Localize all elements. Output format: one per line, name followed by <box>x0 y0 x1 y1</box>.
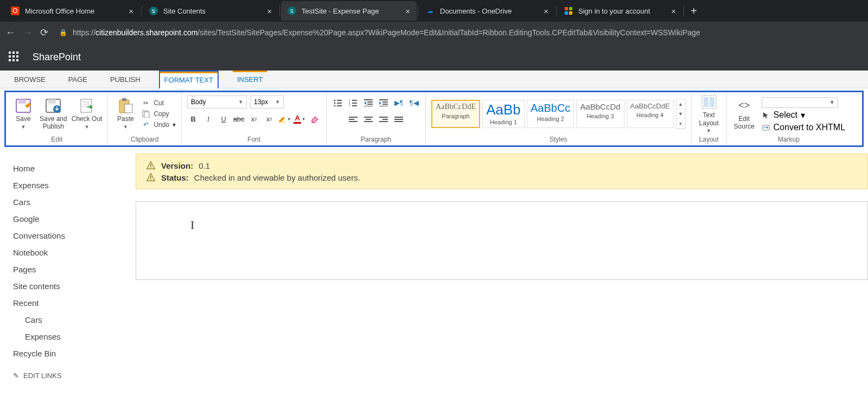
close-icon[interactable]: × <box>267 7 272 16</box>
styles-scroll-down[interactable]: ▼ <box>676 109 685 119</box>
convert-xhtml-button[interactable]: Convert to XHTML <box>762 123 845 132</box>
style-sample: AaBbCcDd <box>580 103 620 111</box>
select-button[interactable]: Select ▾ <box>762 110 845 120</box>
align-center-button[interactable] <box>362 114 374 126</box>
edit-source-icon: <> <box>736 98 753 114</box>
svg-rect-50 <box>710 97 714 107</box>
back-button[interactable]: ← <box>5 27 15 39</box>
edit-links-button[interactable]: ✎ EDIT LINKS <box>13 372 136 380</box>
ribbon-group-label: Paragraph <box>332 135 420 145</box>
indent-icon <box>379 99 388 106</box>
align-justify-button[interactable] <box>393 114 405 126</box>
svg-rect-0 <box>565 7 568 10</box>
content-editor[interactable]: I <box>136 201 868 280</box>
save-publish-icon <box>44 98 62 114</box>
subscript-button[interactable]: x2 <box>248 113 260 125</box>
save-button[interactable]: Save ▼ <box>11 98 35 130</box>
tab-sign-in[interactable]: Sign in to your account × <box>558 1 682 21</box>
nav-item-site-contents[interactable]: Site contents <box>13 278 136 295</box>
style-heading-1[interactable]: AaBbHeading 1 <box>482 100 525 128</box>
close-icon[interactable]: × <box>405 7 410 16</box>
numbering-button[interactable]: 123 <box>347 97 359 108</box>
nav-item-recent[interactable]: Recent <box>13 295 136 311</box>
tab-testsite-expense[interactable]: s TestSite - Expense Page × <box>281 1 417 21</box>
url-host: citizenbuilders.sharepoint.com <box>95 28 197 37</box>
ribbon-tab-page[interactable]: PAGE <box>64 71 92 88</box>
align-left-button[interactable] <box>347 114 359 126</box>
forward-button[interactable]: → <box>23 27 33 39</box>
strikethrough-button[interactable]: abc <box>233 113 245 125</box>
text-layout-icon <box>700 94 718 110</box>
ribbon-group-label: Layout <box>697 135 721 145</box>
ltr-button[interactable]: ▶¶ <box>393 97 405 108</box>
outdent-button[interactable] <box>362 97 374 108</box>
nav-item-home[interactable]: Home <box>13 160 136 177</box>
styles-scroll-up[interactable]: ▲ <box>676 99 685 109</box>
select-label: Select <box>774 110 797 120</box>
font-color-button[interactable]: A▼ <box>293 113 305 125</box>
tab-divider <box>684 5 684 16</box>
nav-item-pages[interactable]: Pages <box>13 261 136 278</box>
font-family-dropdown[interactable]: Body▼ <box>187 95 247 108</box>
nav-recycle-bin[interactable]: Recycle Bin <box>13 345 136 362</box>
chevron-down-icon: ▼ <box>275 99 280 105</box>
ribbon-tab-insert[interactable]: INSERT <box>233 71 267 88</box>
superscript-button[interactable]: x2 <box>263 113 275 125</box>
svg-rect-45 <box>394 117 403 118</box>
chevron-down-icon: ▾ <box>801 110 805 120</box>
style-heading-4[interactable]: AaBbCcDdEHeading 4 <box>627 100 674 128</box>
close-icon[interactable]: × <box>544 7 548 16</box>
nav-item-cars[interactable]: Cars <box>13 194 136 210</box>
rtl-button[interactable]: ¶◀ <box>408 97 420 108</box>
style-heading-2[interactable]: AaBbCcHeading 2 <box>527 100 574 128</box>
reload-button[interactable]: ⟳ <box>40 27 48 39</box>
status-value: Checked in and viewable by authorized us… <box>194 173 360 182</box>
url-input[interactable]: 🔒 https://citizenbuilders.sharepoint.com… <box>56 24 863 41</box>
clear-format-button[interactable] <box>309 113 321 125</box>
edit-source-button[interactable]: <> Edit Source <box>732 98 756 131</box>
check-out-button[interactable]: Check Out ▼ <box>72 98 103 130</box>
close-icon[interactable]: × <box>129 7 133 16</box>
style-paragraph[interactable]: AaBbCcDdEParagraph <box>431 100 480 128</box>
text-layout-button[interactable]: Text Layout ▼ <box>697 94 721 134</box>
indent-button[interactable] <box>378 97 390 108</box>
nav-sub-cars[interactable]: Cars <box>13 311 136 328</box>
font-size-dropdown[interactable]: 13px▼ <box>250 95 284 108</box>
style-heading-3[interactable]: AaBbCcDdHeading 3 <box>576 100 624 128</box>
align-right-button[interactable] <box>378 114 390 126</box>
close-icon[interactable]: × <box>671 7 676 16</box>
underline-button[interactable]: U <box>218 113 229 125</box>
suite-title[interactable]: SharePoint <box>33 52 81 63</box>
nav-sub-expenses[interactable]: Expenses <box>13 328 136 345</box>
ribbon-tab-format-text[interactable]: FORMAT TEXT <box>159 71 219 88</box>
svg-rect-43 <box>382 119 388 120</box>
svg-rect-30 <box>367 104 373 105</box>
undo-button[interactable]: ↶ Undo ▾ <box>142 120 176 129</box>
edit-source-label: Edit Source <box>734 115 755 131</box>
save-and-publish-button[interactable]: Save and Publish <box>40 98 67 131</box>
nav-item-conversations[interactable]: Conversations <box>13 227 136 244</box>
ribbon-tab-publish[interactable]: PUBLISH <box>106 71 145 88</box>
bold-button[interactable]: B <box>187 113 199 125</box>
styles-expand[interactable]: ▾ <box>676 119 685 129</box>
tab-site-contents[interactable]: s Site Contents × <box>143 1 278 21</box>
svg-rect-33 <box>382 101 388 103</box>
nav-item-notebook[interactable]: Notebook <box>13 244 136 261</box>
highlight-button[interactable]: ▼ <box>278 113 290 125</box>
nav-item-expenses[interactable]: Expenses <box>13 177 136 194</box>
svg-rect-5 <box>18 99 26 104</box>
cut-button[interactable]: ✂ Cut <box>142 99 176 107</box>
paste-button[interactable]: Paste ▼ <box>113 98 137 130</box>
ribbon-tab-browse[interactable]: BROWSE <box>10 71 50 88</box>
app-launcher-icon[interactable] <box>9 52 20 62</box>
new-tab-button[interactable]: + <box>685 5 703 17</box>
tab-documents-onedrive[interactable]: ☁ Documents - OneDrive × <box>419 1 555 21</box>
nav-item-google[interactable]: Google <box>13 210 136 227</box>
svg-rect-46 <box>394 119 403 120</box>
language-dropdown[interactable]: ▼ <box>762 97 838 108</box>
copy-button[interactable]: Copy <box>142 110 176 118</box>
bullets-button[interactable] <box>332 97 344 108</box>
convert-icon <box>762 123 770 132</box>
tab-office-home[interactable]: O Microsoft Office Home × <box>4 1 140 21</box>
italic-button[interactable]: I <box>202 113 214 125</box>
